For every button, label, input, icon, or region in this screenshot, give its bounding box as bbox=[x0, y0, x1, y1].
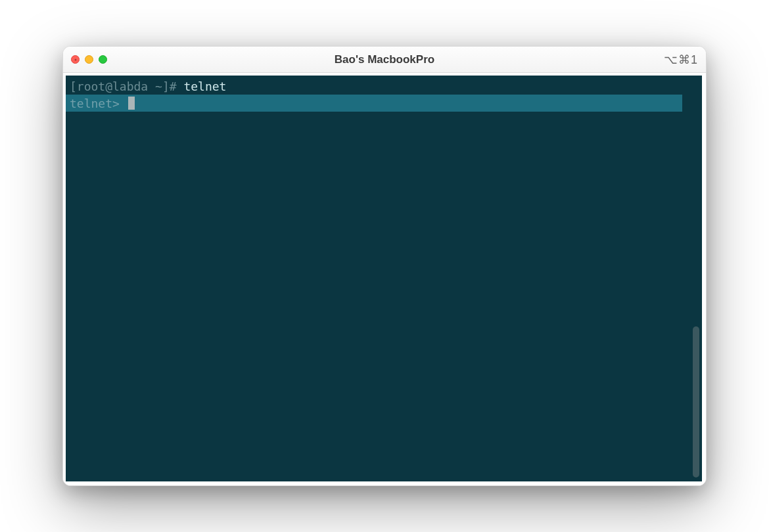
window-title: Bao's MacbookPro bbox=[63, 53, 706, 66]
close-button[interactable] bbox=[71, 55, 80, 64]
terminal-line-1: [root@labda ~]# telnet bbox=[66, 76, 702, 95]
traffic-lights bbox=[71, 55, 107, 64]
terminal-frame: [root@labda ~]# telnet telnet> bbox=[63, 73, 706, 485]
telnet-prompt: telnet> bbox=[70, 95, 127, 112]
scrollbar-thumb[interactable] bbox=[693, 326, 699, 477]
maximize-button[interactable] bbox=[99, 55, 107, 64]
window-shortcut: ⌥⌘1 bbox=[664, 53, 698, 67]
minimize-button[interactable] bbox=[85, 55, 93, 64]
shell-command: telnet bbox=[183, 79, 226, 93]
titlebar[interactable]: Bao's MacbookPro ⌥⌘1 bbox=[63, 47, 706, 73]
terminal-body[interactable]: [root@labda ~]# telnet telnet> bbox=[66, 76, 702, 481]
terminal-line-2-highlight: telnet> bbox=[66, 95, 682, 112]
cursor-block-icon bbox=[128, 97, 135, 110]
shell-prompt: [root@labda ~]# bbox=[70, 79, 183, 93]
terminal-window: Bao's MacbookPro ⌥⌘1 [root@labda ~]# tel… bbox=[62, 46, 707, 486]
